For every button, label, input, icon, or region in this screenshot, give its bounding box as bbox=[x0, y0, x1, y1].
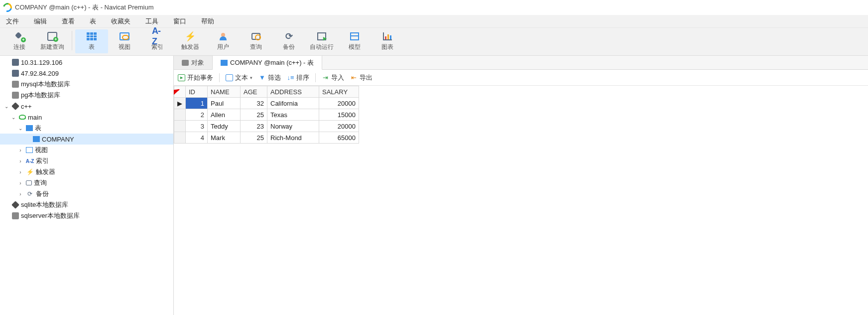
sidebar[interactable]: 10.31.129.10647.92.84.209mysql本地数据库pg本地数… bbox=[0, 56, 174, 315]
table-row[interactable]: 4Mark25Rich-Mond65000 bbox=[174, 132, 359, 144]
tree-item[interactable]: sqlite本地数据库 bbox=[0, 199, 173, 210]
cell-salary[interactable]: 15000 bbox=[319, 109, 359, 121]
menu-help[interactable]: 帮助 bbox=[198, 16, 217, 27]
cell-age[interactable]: 25 bbox=[241, 132, 267, 144]
cell-id[interactable]: 4 bbox=[186, 132, 208, 144]
tree-label: mysql本地数据库 bbox=[21, 80, 70, 89]
tree-twisty[interactable]: ⌄ bbox=[10, 115, 17, 120]
tree-item[interactable]: COMPANY bbox=[0, 134, 173, 145]
menu-tools[interactable]: 工具 bbox=[142, 16, 161, 27]
tree-twisty[interactable]: ⌄ bbox=[17, 126, 24, 131]
tab-objects[interactable]: 对象 bbox=[174, 56, 213, 69]
ribbon-autorun[interactable]: 自动运行 bbox=[305, 29, 338, 53]
ribbon-query[interactable]: 查询 bbox=[240, 29, 272, 53]
host-icon bbox=[12, 92, 19, 99]
ribbon-connect[interactable]: + 连接 bbox=[3, 29, 36, 53]
menu-fav[interactable]: 收藏夹 bbox=[108, 16, 133, 27]
table-row[interactable]: 2Allen25Texas15000 bbox=[174, 109, 359, 121]
cell-id[interactable]: 2 bbox=[186, 109, 208, 121]
tree-twisty[interactable]: › bbox=[17, 158, 24, 164]
tree-item[interactable]: ›⚡触发器 bbox=[0, 166, 173, 177]
tree-item[interactable]: ⌄表 bbox=[0, 123, 173, 134]
ribbon-backup[interactable]: ⟳ 备份 bbox=[272, 29, 305, 53]
cell-salary[interactable]: 20000 bbox=[319, 121, 359, 132]
col-header[interactable]: NAME bbox=[208, 86, 241, 98]
cell-salary[interactable]: 20000 bbox=[319, 98, 359, 109]
ribbon-chart[interactable]: 图表 bbox=[371, 29, 404, 53]
cell-name[interactable]: Mark bbox=[208, 132, 241, 144]
btn-filter[interactable]: ▼筛选 bbox=[258, 73, 281, 82]
col-header[interactable]: ADDRESS bbox=[267, 86, 319, 98]
cell-id[interactable]: 1 bbox=[186, 98, 208, 109]
tree-item[interactable]: ⌄main bbox=[0, 112, 173, 123]
cell-address[interactable]: California bbox=[267, 98, 319, 109]
table-row[interactable]: ▶1Paul32California20000 bbox=[174, 98, 359, 109]
cell-age[interactable]: 32 bbox=[241, 98, 267, 109]
text-icon bbox=[226, 74, 233, 81]
tree-twisty[interactable]: ⌄ bbox=[3, 104, 10, 109]
cell-age[interactable]: 23 bbox=[241, 121, 267, 132]
cell-address[interactable]: Texas bbox=[267, 109, 319, 121]
ribbon-table[interactable]: 表 bbox=[75, 29, 108, 53]
cell-salary[interactable]: 65000 bbox=[319, 132, 359, 144]
menu-file[interactable]: 文件 bbox=[3, 16, 22, 27]
menu-edit[interactable]: 编辑 bbox=[31, 16, 50, 27]
table-row[interactable]: 3Teddy23Norway20000 bbox=[174, 121, 359, 132]
cell-id[interactable]: 3 bbox=[186, 121, 208, 132]
row-pointer: ▶ bbox=[174, 98, 186, 109]
ribbon-index-label: 索引 bbox=[151, 43, 163, 51]
col-header[interactable]: SALARY bbox=[319, 86, 359, 98]
cell-name[interactable]: Teddy bbox=[208, 121, 241, 132]
tree-item[interactable]: 47.92.84.209 bbox=[0, 68, 173, 79]
tree-twisty[interactable]: › bbox=[17, 191, 24, 197]
ribbon-separator bbox=[72, 31, 72, 50]
ribbon-view[interactable]: 视图 bbox=[108, 29, 141, 53]
menu-view[interactable]: 查看 bbox=[59, 16, 78, 27]
ribbon-trigger[interactable]: ⚡ 触发器 bbox=[174, 29, 207, 53]
tree-twisty[interactable]: › bbox=[17, 169, 24, 175]
filter-label: 筛选 bbox=[268, 73, 281, 82]
import-icon: ⇥ bbox=[322, 74, 329, 81]
tab-table-label: COMPANY @main (c++) - 表 bbox=[230, 58, 314, 67]
tree-item[interactable]: pg本地数据库 bbox=[0, 90, 173, 101]
ribbon-model[interactable]: 模型 bbox=[338, 29, 371, 53]
cell-address[interactable]: Norway bbox=[267, 121, 319, 132]
database-icon bbox=[19, 115, 26, 120]
cell-name[interactable]: Allen bbox=[208, 109, 241, 121]
tree-twisty[interactable]: › bbox=[17, 148, 24, 153]
ribbon-new-query[interactable]: + 新建查询 bbox=[36, 29, 69, 53]
ribbon-user[interactable]: 用户 bbox=[207, 29, 240, 53]
ribbon-index[interactable]: A-Z 索引 bbox=[141, 29, 174, 53]
ribbon-view-label: 视图 bbox=[119, 43, 130, 51]
cell-address[interactable]: Rich-Mond bbox=[267, 132, 319, 144]
col-header[interactable]: ID bbox=[186, 86, 208, 98]
btn-begin-transaction[interactable]: 开始事务 bbox=[178, 73, 213, 82]
data-grid[interactable]: IDNAMEAGEADDRESSSALARY▶1Paul32California… bbox=[174, 86, 868, 315]
tree-item[interactable]: ›视图 bbox=[0, 145, 173, 156]
tree-item[interactable]: mysql本地数据库 bbox=[0, 79, 173, 90]
btn-export[interactable]: ⇤导出 bbox=[350, 73, 372, 82]
tree-label: 10.31.129.106 bbox=[21, 59, 62, 66]
btn-sort[interactable]: ↓≡排序 bbox=[287, 73, 309, 82]
tree-label: c++ bbox=[21, 103, 32, 110]
host-icon bbox=[12, 59, 19, 66]
tree-item[interactable]: ›查询 bbox=[0, 177, 173, 188]
tree-item[interactable]: ⌄c++ bbox=[0, 101, 173, 112]
ribbon-user-label: 用户 bbox=[217, 43, 229, 51]
tree-item[interactable]: 10.31.129.106 bbox=[0, 57, 173, 68]
col-header[interactable]: AGE bbox=[241, 86, 267, 98]
tree-item[interactable]: sqlserver本地数据库 bbox=[0, 210, 173, 221]
tab-table[interactable]: COMPANY @main (c++) - 表 bbox=[213, 56, 322, 70]
btn-text[interactable]: 文本 bbox=[226, 73, 252, 82]
menu-table[interactable]: 表 bbox=[87, 16, 99, 27]
tree-item[interactable]: ›A-Z索引 bbox=[0, 156, 173, 166]
cell-age[interactable]: 25 bbox=[241, 109, 267, 121]
host-icon bbox=[12, 212, 19, 219]
tree-item[interactable]: ›⟳备份 bbox=[0, 188, 173, 199]
btn-import[interactable]: ⇥导入 bbox=[322, 73, 344, 82]
menu-window[interactable]: 窗口 bbox=[170, 16, 189, 27]
tree-twisty[interactable]: › bbox=[17, 180, 24, 186]
tree-label: 查询 bbox=[34, 178, 47, 187]
cell-name[interactable]: Paul bbox=[208, 98, 241, 109]
ribbon-autorun-label: 自动运行 bbox=[310, 43, 334, 51]
